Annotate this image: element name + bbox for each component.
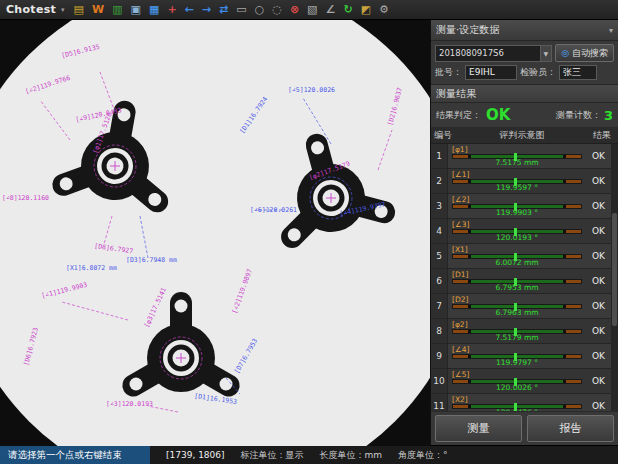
judge-value: OK bbox=[486, 106, 510, 124]
camera-viewport[interactable]: [D5]6.9135[∠2]119.9766[∠9]120.0433[φ1]17… bbox=[0, 20, 430, 446]
tolerance-bar bbox=[452, 154, 582, 159]
row-number: 11 bbox=[431, 394, 448, 411]
col-no: 编号 bbox=[431, 129, 458, 142]
batch-label: 批号： bbox=[435, 66, 462, 79]
results-header: 测量结果 bbox=[431, 84, 618, 103]
row-diagram: [φ2]7.5179 mm bbox=[448, 319, 586, 343]
color-icon[interactable]: ◩ bbox=[361, 4, 371, 15]
auto-search-button[interactable]: ◎ 自动搜索 bbox=[555, 44, 614, 62]
measure-button[interactable]: 测量 bbox=[435, 415, 522, 442]
inspector-input[interactable]: 张三 bbox=[559, 65, 597, 80]
row-number: 10 bbox=[431, 369, 448, 393]
row-result: OK bbox=[586, 394, 611, 411]
measurement-annotation: [D3]6.7948 mm bbox=[126, 256, 177, 264]
row-diagram: [∠3]120.0193 ° bbox=[448, 219, 586, 243]
tolerance-bar bbox=[452, 404, 582, 409]
row-diagram: [D2]6.7963 mm bbox=[448, 294, 586, 318]
result-row[interactable]: 10[∠5]120.0026 °OK bbox=[431, 369, 611, 394]
row-diagram: [D1]6.7953 mm bbox=[448, 269, 586, 293]
point-tool-icon[interactable]: ◌ bbox=[272, 4, 282, 15]
export-word-icon[interactable]: W bbox=[92, 4, 104, 15]
row-diagram: [∠5]120.0026 ° bbox=[448, 369, 586, 393]
row-diagram: [X2]120.0476 ° bbox=[448, 394, 586, 411]
tolerance-marker bbox=[514, 278, 517, 286]
batch-input[interactable]: E9IHL bbox=[465, 65, 517, 80]
result-row[interactable]: 3[∠2]119.9903 °OK bbox=[431, 194, 611, 219]
row-number: 3 bbox=[431, 194, 448, 218]
angle-tool-icon[interactable]: ∠ bbox=[326, 4, 336, 15]
result-row[interactable]: 1[φ1]7.5175 mmOK bbox=[431, 144, 611, 169]
report-button[interactable]: 报告 bbox=[527, 415, 614, 442]
judge-label: 结果判定： bbox=[436, 109, 481, 122]
annotation-unit-label: 标注单位：显示 bbox=[241, 449, 304, 462]
scrollbar-thumb[interactable] bbox=[612, 213, 617, 325]
row-number: 2 bbox=[431, 169, 448, 193]
status-bar: 请选择第一个点或右键结束 [1739, 1806] 标注单位：显示 长度单位：m… bbox=[0, 445, 618, 464]
row-number: 5 bbox=[431, 244, 448, 268]
measurement-annotation: [X1]6.8072 mm bbox=[66, 264, 117, 272]
circle-tool-icon[interactable]: ○ bbox=[255, 4, 265, 15]
tolerance-marker bbox=[514, 353, 517, 361]
row-number: 1 bbox=[431, 144, 448, 168]
app-logo[interactable]: Chotest bbox=[6, 3, 56, 16]
tolerance-bar bbox=[452, 229, 582, 234]
length-unit-label: 长度单位：mm bbox=[320, 449, 383, 462]
grid-icon[interactable]: ▦ bbox=[149, 4, 159, 15]
back-arrow-icon[interactable]: ← bbox=[185, 4, 194, 15]
crosshair-icon[interactable]: + bbox=[167, 4, 176, 15]
tolerance-marker bbox=[514, 303, 517, 311]
tolerance-marker bbox=[514, 328, 517, 336]
row-result: OK bbox=[586, 244, 611, 268]
results-scrollbar[interactable] bbox=[611, 144, 618, 411]
forward-arrow-icon[interactable]: → bbox=[202, 4, 211, 15]
row-diagram: [∠1]119.9597 ° bbox=[448, 169, 586, 193]
dropdown-arrow-icon[interactable]: ▼ bbox=[540, 46, 552, 61]
tolerance-bar bbox=[452, 179, 582, 184]
settings-icon[interactable]: ⚙ bbox=[379, 4, 389, 15]
main-area: [D5]6.9135[∠2]119.9766[∠9]120.0433[φ1]17… bbox=[0, 20, 618, 445]
measurement-annotation: [∠5]120.0026 bbox=[288, 86, 335, 94]
measurement-annotation: [∠8]120.1160 bbox=[2, 194, 49, 202]
tolerance-bar bbox=[452, 254, 582, 259]
swap-arrows-icon[interactable]: ⇄ bbox=[219, 4, 228, 15]
layers-icon[interactable]: ▧ bbox=[307, 4, 317, 15]
row-result: OK bbox=[586, 369, 611, 393]
measurement-canvas[interactable]: [D5]6.9135[∠2]119.9766[∠9]120.0433[φ1]17… bbox=[0, 20, 430, 446]
panel-header: 测量·设定数据 ▾ bbox=[431, 20, 618, 41]
search-icon: ◎ bbox=[561, 48, 569, 58]
angle-unit-label: 角度单位：° bbox=[398, 449, 448, 462]
auto-search-label: 自动搜索 bbox=[572, 47, 608, 60]
row-result: OK bbox=[586, 144, 611, 168]
result-row[interactable]: 11[X2]120.0476 °OK bbox=[431, 394, 611, 411]
row-number: 7 bbox=[431, 294, 448, 318]
refresh-icon[interactable]: ↻ bbox=[343, 4, 352, 15]
dataset-row: 2018080917S6 ▼ ◎ 自动搜索 bbox=[431, 41, 618, 65]
toolbar: Chotest ▾ ▤W▥▣▦+←→⇄▭○◌⊗▧∠↻◩⚙ bbox=[0, 0, 618, 20]
row-number: 6 bbox=[431, 269, 448, 293]
rect-tool-icon[interactable]: ▭ bbox=[236, 4, 246, 15]
col-result: 结果 bbox=[586, 129, 618, 142]
result-row[interactable]: 2[∠1]119.9597 °OK bbox=[431, 169, 611, 194]
tolerance-bar bbox=[452, 279, 582, 284]
tolerance-marker bbox=[514, 253, 517, 261]
row-result: OK bbox=[586, 319, 611, 343]
count-value: 3 bbox=[604, 108, 613, 123]
result-row[interactable]: 6[D1]6.7953 mmOK bbox=[431, 269, 611, 294]
result-row[interactable]: 7[D2]6.7963 mmOK bbox=[431, 294, 611, 319]
panel-collapse-icon[interactable]: ▾ bbox=[609, 26, 613, 35]
logo-menu-arrow-icon[interactable]: ▾ bbox=[61, 6, 65, 14]
result-row[interactable]: 5[X1]6.0072 mmOK bbox=[431, 244, 611, 269]
dataset-select[interactable]: 2018080917S6 ▼ bbox=[435, 45, 552, 62]
measurement-panel: 测量·设定数据 ▾ 2018080917S6 ▼ ◎ 自动搜索 批号： E9IH… bbox=[430, 20, 618, 445]
col-diagram: 评判示意图 bbox=[458, 129, 586, 142]
export-excel-icon[interactable]: ▥ bbox=[112, 4, 122, 15]
save-icon[interactable]: ▤ bbox=[74, 4, 84, 15]
delete-tool-icon[interactable]: ⊗ bbox=[290, 4, 299, 15]
tolerance-marker bbox=[514, 378, 517, 386]
status-hint: 请选择第一个点或右键结束 bbox=[0, 446, 150, 464]
results-table-header: 编号 评判示意图 结果 bbox=[431, 127, 618, 144]
result-row[interactable]: 4[∠3]120.0193 °OK bbox=[431, 219, 611, 244]
camera-icon[interactable]: ▣ bbox=[131, 4, 141, 15]
result-row[interactable]: 8[φ2]7.5179 mmOK bbox=[431, 319, 611, 344]
result-row[interactable]: 9[∠4]119.9797 °OK bbox=[431, 344, 611, 369]
